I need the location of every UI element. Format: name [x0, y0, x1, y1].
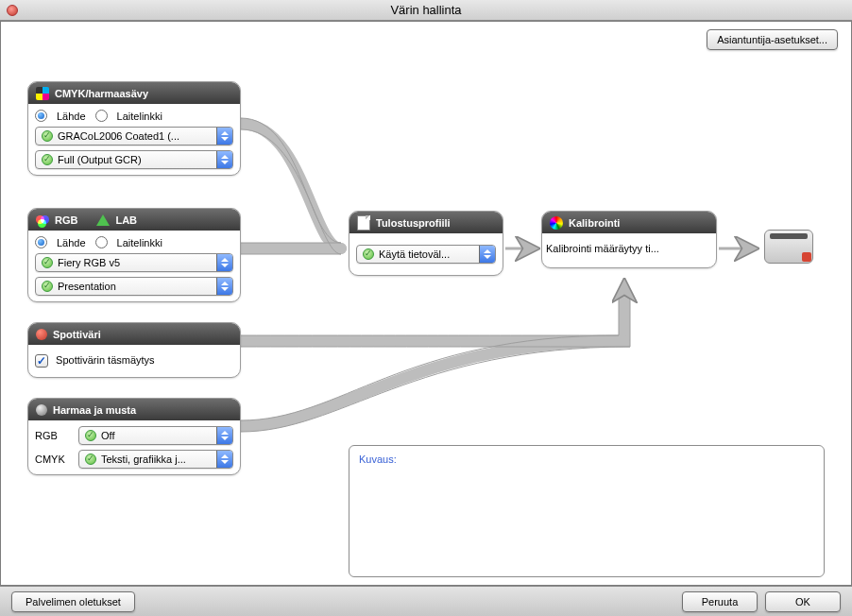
printer-icon: [762, 222, 815, 265]
panel-spot-header: Spottiväri: [28, 323, 240, 345]
tab-rgb[interactable]: RGB: [55, 214, 77, 226]
description-box: Kuvaus:: [349, 445, 825, 577]
chevrons-icon: [479, 246, 495, 263]
rgb-icon: [36, 214, 49, 227]
chevrons-icon: [216, 128, 232, 145]
panel-gray-header: Harmaa ja musta: [28, 399, 240, 420]
panel-calibration-header: Kalibrointi: [542, 212, 716, 233]
lab-icon: [96, 214, 110, 226]
panel-calibration: Kalibrointi Kalibrointi määräytyy ti...: [541, 211, 717, 268]
rgb-profile-select[interactable]: Fiery RGB v5: [35, 253, 233, 272]
gray-rgb-label: RGB: [35, 430, 73, 441]
cmyk-icon: [36, 87, 49, 100]
rgb-intent-value: Presentation: [58, 281, 116, 292]
gray-cmyk-select[interactable]: Teksti, grafiikka j...: [78, 450, 233, 469]
rgb-devlink-radio[interactable]: [95, 236, 108, 248]
chevrons-icon: [216, 254, 232, 271]
panel-rgb-header: RGB LAB: [28, 209, 240, 231]
check-icon: [42, 130, 53, 142]
calibration-text: Kalibrointi määräytyy ti...: [542, 233, 716, 267]
cmyk-processing-value: Full (Output GCR): [58, 154, 142, 165]
chevrons-icon: [216, 451, 232, 468]
cmyk-source-radio[interactable]: [35, 110, 47, 122]
check-icon: [85, 453, 96, 465]
output-profile-value: Käytä tietoväl...: [379, 248, 450, 260]
calibration-icon: [550, 216, 563, 230]
check-icon: [42, 257, 53, 268]
description-label: Kuvaus:: [359, 453, 397, 465]
spot-title: Spottiväri: [53, 329, 101, 340]
cmyk-processing-select[interactable]: Full (Output GCR): [35, 150, 233, 169]
panel-output-header: Tulostusprofiili: [349, 212, 503, 233]
cancel-button[interactable]: Peruuta: [682, 591, 758, 612]
rgb-devlink-label: Laitelinkki: [117, 237, 162, 248]
panel-cmyk-title: CMYK/harmaasävy: [55, 88, 148, 99]
cmyk-devlink-label: Laitelinkki: [117, 111, 162, 122]
cmyk-profile-value: GRACoL2006 Coated1 (...: [58, 130, 179, 142]
canvas: Asiantuntija-asetukset... CMYK/harmaasäv…: [0, 21, 852, 586]
check-icon: [42, 281, 53, 292]
gray-rgb-value: Off: [101, 430, 114, 441]
spot-match-checkbox[interactable]: [35, 354, 48, 368]
gray-title: Harmaa ja musta: [53, 404, 136, 416]
chevrons-icon: [216, 278, 232, 295]
tab-lab[interactable]: LAB: [115, 214, 137, 226]
check-icon: [42, 154, 53, 165]
output-profile-title: Tulostusprofiili: [376, 217, 451, 229]
ok-button[interactable]: OK: [765, 591, 841, 612]
calibration-title: Kalibrointi: [569, 217, 620, 229]
output-profile-select[interactable]: Käytä tietoväl...: [356, 245, 496, 264]
gray-icon: [36, 404, 47, 416]
gray-cmyk-label: CMYK: [35, 453, 73, 465]
panel-cmyk: CMYK/harmaasävy Lähde Laitelinkki GRACoL…: [27, 81, 241, 176]
panel-spot: Spottiväri Spottivärin täsmäytys: [27, 322, 241, 378]
titlebar: Värin hallinta: [0, 0, 852, 21]
expert-settings-button[interactable]: Asiantuntija-asetukset...: [707, 29, 838, 50]
gray-cmyk-value: Teksti, grafiikka j...: [101, 453, 186, 465]
cmyk-source-label: Lähde: [57, 111, 86, 122]
rgb-source-radio[interactable]: [35, 236, 47, 248]
check-icon: [85, 430, 96, 441]
server-defaults-button[interactable]: Palvelimen oletukset: [11, 591, 135, 612]
panel-output-profile: Tulostusprofiili Käytä tietoväl...: [349, 211, 503, 276]
window-title: Värin hallinta: [0, 3, 852, 17]
panel-gray-black: Harmaa ja musta RGB Off CMYK Teksti, gra…: [27, 398, 241, 475]
chevrons-icon: [216, 427, 232, 444]
rgb-profile-value: Fiery RGB v5: [58, 257, 120, 268]
cmyk-profile-select[interactable]: GRACoL2006 Coated1 (...: [35, 127, 233, 145]
chevrons-icon: [216, 151, 232, 168]
cmyk-devlink-radio[interactable]: [95, 110, 108, 122]
rgb-intent-select[interactable]: Presentation: [35, 277, 233, 296]
spot-icon: [36, 329, 47, 340]
gray-rgb-select[interactable]: Off: [78, 426, 233, 445]
rgb-source-label: Lähde: [57, 237, 86, 248]
panel-cmyk-header: CMYK/harmaasävy: [28, 82, 240, 104]
check-icon: [363, 248, 374, 260]
footer: Palvelimen oletukset Peruuta OK: [0, 586, 852, 616]
panel-rgb: RGB LAB Lähde Laitelinkki Fiery RGB v5 P…: [27, 208, 241, 302]
spot-match-label: Spottivärin täsmäytys: [56, 354, 155, 366]
document-icon: [357, 215, 370, 231]
